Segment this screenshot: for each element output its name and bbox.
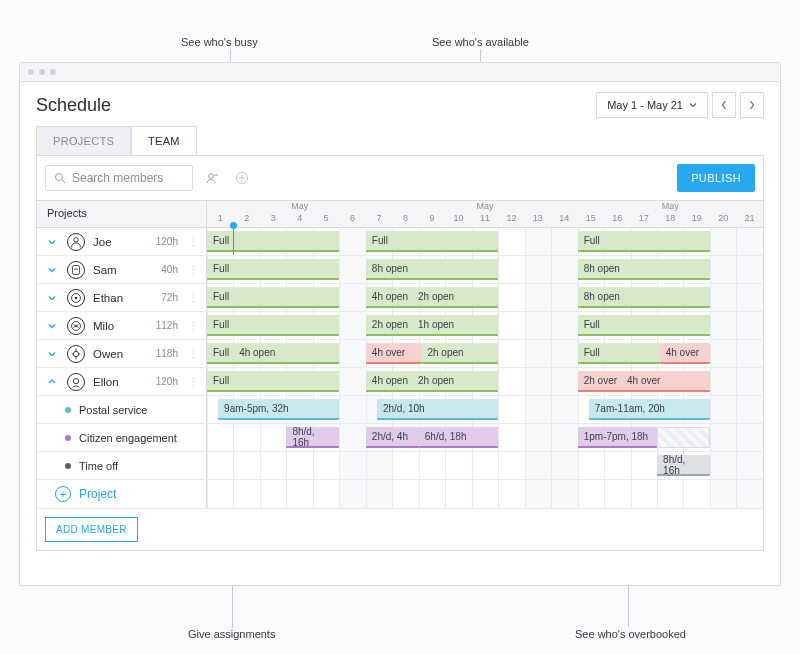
avatar-icon xyxy=(67,345,85,363)
avatar-icon xyxy=(67,261,85,279)
schedule-block[interactable]: Full xyxy=(366,231,498,252)
member-name: Owen xyxy=(93,348,148,360)
schedule-block[interactable]: 6h/d, 18h xyxy=(419,427,498,448)
schedule-block[interactable]: 4h over xyxy=(660,343,710,364)
member-name: Ethan xyxy=(93,292,153,304)
drag-handle-icon[interactable]: ⋮ xyxy=(188,376,198,387)
tab-projects[interactable]: PROJECTS xyxy=(36,126,131,156)
schedule-block[interactable]: 8h/d, 16h xyxy=(657,455,710,476)
svg-point-12 xyxy=(72,321,81,330)
drag-handle-icon[interactable]: ⋮ xyxy=(188,348,198,359)
project-color-icon xyxy=(65,407,71,413)
expand-toggle[interactable] xyxy=(45,235,59,249)
prev-button[interactable] xyxy=(712,92,736,118)
avatar-icon xyxy=(67,373,85,391)
plus-circle-icon xyxy=(235,171,249,185)
person-minus-icon xyxy=(205,171,219,185)
schedule-block[interactable]: 2h open1h open xyxy=(366,315,498,336)
drag-handle-icon[interactable]: ⋮ xyxy=(188,264,198,275)
schedule-block[interactable]: 9am-5pm, 32h xyxy=(218,399,339,420)
annotation-busy: See who's busy xyxy=(181,36,258,48)
today-marker xyxy=(233,228,234,255)
schedule-block[interactable]: Full xyxy=(578,231,710,252)
schedule-block[interactable]: Full xyxy=(207,315,339,336)
schedule-block[interactable]: 4h over xyxy=(366,343,422,364)
svg-line-1 xyxy=(62,180,65,183)
plus-circle-icon: + xyxy=(55,486,71,502)
drag-handle-icon[interactable]: ⋮ xyxy=(188,292,198,303)
schedule-block[interactable]: Full xyxy=(578,315,710,336)
member-name: Joe xyxy=(93,236,148,248)
schedule-block[interactable]: Full xyxy=(578,343,660,364)
search-placeholder: Search members xyxy=(72,171,163,185)
project-name: Time off xyxy=(79,460,198,472)
add-button[interactable] xyxy=(231,167,253,189)
schedule-block[interactable]: 4h open2h open xyxy=(366,371,498,392)
member-name: Milo xyxy=(93,320,148,332)
schedule-block[interactable]: 7am-11am, 20h xyxy=(589,399,710,420)
schedule-block[interactable]: 2h open xyxy=(421,343,498,364)
schedule-block[interactable]: 1pm-7pm, 18h xyxy=(578,427,657,448)
app-window: Schedule May 1 - May 21 PROJECTS TEAM xyxy=(19,62,781,586)
svg-point-7 xyxy=(74,237,78,241)
svg-point-13 xyxy=(73,351,78,356)
expand-toggle[interactable] xyxy=(45,263,59,277)
chevron-down-icon xyxy=(689,101,697,109)
avatar-icon xyxy=(67,233,85,251)
filter-button[interactable] xyxy=(201,167,223,189)
member-hours: 40h xyxy=(161,264,178,275)
add-project-button[interactable]: +Project xyxy=(45,480,126,508)
search-icon xyxy=(54,172,66,184)
avatar-icon xyxy=(67,317,85,335)
expand-toggle[interactable] xyxy=(45,319,59,333)
publish-button[interactable]: PUBLISH xyxy=(677,164,755,192)
svg-point-2 xyxy=(209,174,214,179)
annotation-overbooked: See who's overbooked xyxy=(575,628,686,640)
svg-rect-8 xyxy=(72,265,79,274)
date-range-button[interactable]: May 1 - May 21 xyxy=(596,92,708,118)
schedule-block[interactable] xyxy=(657,427,710,448)
column-header-projects: Projects xyxy=(37,201,207,227)
tab-team[interactable]: TEAM xyxy=(131,126,197,156)
avatar-icon xyxy=(67,289,85,307)
schedule-block[interactable]: Full xyxy=(207,287,339,308)
add-project-label: Project xyxy=(79,487,116,501)
add-member-button[interactable]: ADD MEMBER xyxy=(45,517,138,542)
schedule-block[interactable]: Full xyxy=(207,231,339,252)
date-range-label: May 1 - May 21 xyxy=(607,99,683,111)
member-name: Sam xyxy=(93,264,153,276)
project-color-icon xyxy=(65,463,71,469)
annotation-available: See who's available xyxy=(432,36,529,48)
schedule-block[interactable]: 2h/d, 4h xyxy=(366,427,419,448)
member-hours: 120h xyxy=(156,236,178,247)
annotation-assignments: Give assignments xyxy=(188,628,275,640)
chevron-left-icon xyxy=(721,100,727,110)
traffic-light-icon xyxy=(50,69,56,75)
schedule-block[interactable]: 8h open xyxy=(366,259,498,280)
expand-toggle[interactable] xyxy=(45,375,59,389)
project-color-icon xyxy=(65,435,71,441)
expand-toggle[interactable] xyxy=(45,347,59,361)
window-titlebar xyxy=(20,63,780,82)
schedule-block[interactable]: 2h over4h over xyxy=(578,371,710,392)
drag-handle-icon[interactable]: ⋮ xyxy=(188,236,198,247)
member-hours: 72h xyxy=(161,292,178,303)
svg-point-11 xyxy=(75,296,78,299)
drag-handle-icon[interactable]: ⋮ xyxy=(188,320,198,331)
expand-toggle[interactable] xyxy=(45,291,59,305)
search-input[interactable]: Search members xyxy=(45,165,193,191)
schedule-block[interactable]: 2h/d, 10h xyxy=(377,399,498,420)
page-title: Schedule xyxy=(36,95,111,116)
svg-point-0 xyxy=(56,174,63,181)
schedule-block[interactable]: 8h/d, 16h xyxy=(286,427,339,448)
member-name: Ellon xyxy=(93,376,148,388)
schedule-block[interactable]: 4h open2h open xyxy=(366,287,498,308)
svg-point-14 xyxy=(73,378,78,383)
schedule-block[interactable]: 8h open xyxy=(578,259,710,280)
schedule-block[interactable]: 8h open xyxy=(578,287,710,308)
schedule-block[interactable]: Full4h open xyxy=(207,343,339,364)
schedule-block[interactable]: Full xyxy=(207,371,339,392)
schedule-block[interactable]: Full xyxy=(207,259,339,280)
member-hours: 120h xyxy=(156,376,178,387)
next-button[interactable] xyxy=(740,92,764,118)
